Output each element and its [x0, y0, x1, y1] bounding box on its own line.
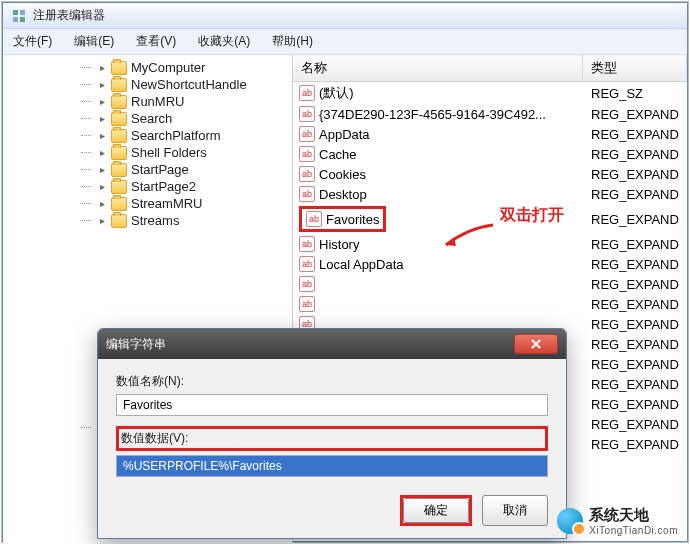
- svg-rect-3: [20, 17, 25, 22]
- folder-icon: [111, 95, 127, 109]
- expander-icon[interactable]: ▸: [97, 148, 107, 158]
- list-row[interactable]: abCacheREG_EXPAND: [293, 144, 687, 164]
- row-type: REG_EXPAND: [583, 167, 687, 182]
- string-value-icon: ab: [299, 126, 315, 142]
- row-type: REG_EXPAND: [583, 357, 687, 372]
- col-header-name[interactable]: 名称: [293, 55, 583, 81]
- row-name: Favorites: [326, 212, 379, 227]
- string-value-icon: ab: [299, 276, 315, 292]
- expander-icon[interactable]: ▸: [97, 131, 107, 141]
- col-header-type[interactable]: 类型: [583, 55, 687, 81]
- list-header: 名称 类型: [293, 55, 687, 82]
- string-value-icon: ab: [299, 146, 315, 162]
- annotation-text: 双击打开: [500, 205, 564, 226]
- expander-icon[interactable]: ▸: [97, 216, 107, 226]
- row-type: REG_EXPAND: [583, 107, 687, 122]
- edit-string-dialog: 编辑字符串 数值名称(N): 数值数据(V): 确定 取消: [97, 328, 567, 539]
- expander-icon[interactable]: ▸: [97, 114, 107, 124]
- tree-label: RunMRU: [131, 94, 184, 109]
- dialog-titlebar[interactable]: 编辑字符串: [98, 329, 566, 359]
- watermark-url: XiTongTianDi.com: [589, 525, 678, 536]
- string-value-icon: ab: [299, 256, 315, 272]
- row-type: REG_EXPAND: [583, 437, 687, 452]
- tree-item[interactable]: ▸Shell Folders: [3, 144, 292, 161]
- tree-label: StartPage2: [131, 179, 196, 194]
- folder-icon: [111, 163, 127, 177]
- row-type: REG_EXPAND: [583, 187, 687, 202]
- row-name: History: [319, 237, 359, 252]
- row-type: REG_EXPAND: [583, 377, 687, 392]
- dialog-title: 编辑字符串: [106, 336, 166, 353]
- row-type: REG_EXPAND: [583, 277, 687, 292]
- expander-icon[interactable]: ▸: [97, 97, 107, 107]
- close-button[interactable]: [514, 334, 558, 354]
- row-type: REG_EXPAND: [583, 257, 687, 272]
- menu-favorites[interactable]: 收藏夹(A): [194, 31, 254, 52]
- svg-rect-0: [13, 10, 18, 15]
- menu-view[interactable]: 查看(V): [132, 31, 180, 52]
- window-titlebar: 注册表编辑器: [3, 3, 687, 29]
- tree-item[interactable]: ▸Search: [3, 110, 292, 127]
- expander-icon[interactable]: ▸: [97, 80, 107, 90]
- expander-icon[interactable]: ▸: [97, 199, 107, 209]
- tree-item[interactable]: ▸StartPage: [3, 161, 292, 178]
- menu-edit[interactable]: 编辑(E): [70, 31, 118, 52]
- row-type: REG_SZ: [583, 86, 687, 101]
- list-row[interactable]: abREG_EXPAND: [293, 294, 687, 314]
- list-row[interactable]: ab{374DE290-123F-4565-9164-39C492...REG_…: [293, 104, 687, 124]
- tree-item[interactable]: ▸RunMRU: [3, 93, 292, 110]
- cancel-button[interactable]: 取消: [482, 495, 548, 526]
- folder-icon: [111, 78, 127, 92]
- string-value-icon: ab: [299, 236, 315, 252]
- list-row[interactable]: abDesktopREG_EXPAND: [293, 184, 687, 204]
- tree-label: MyComputer: [131, 60, 205, 75]
- row-name: Desktop: [319, 187, 367, 202]
- close-icon: [530, 339, 542, 349]
- list-row[interactable]: abREG_EXPAND: [293, 274, 687, 294]
- menu-help[interactable]: 帮助(H): [268, 31, 317, 52]
- tree-item[interactable]: ▸SearchPlatform: [3, 127, 292, 144]
- string-value-icon: ab: [299, 106, 315, 122]
- value-name-input[interactable]: [116, 394, 548, 416]
- folder-icon: [111, 197, 127, 211]
- string-value-icon: ab: [299, 85, 315, 101]
- tree-item[interactable]: ▸StartPage2: [3, 178, 292, 195]
- value-data-input[interactable]: [116, 455, 548, 477]
- list-row[interactable]: ab(默认)REG_SZ: [293, 82, 687, 104]
- row-name: {374DE290-123F-4565-9164-39C492...: [319, 107, 546, 122]
- row-type: REG_EXPAND: [583, 337, 687, 352]
- tree-item[interactable]: ▸MyComputer: [3, 59, 292, 76]
- watermark-logo-icon: [557, 508, 583, 534]
- tree-item[interactable]: ▸Streams: [3, 212, 292, 229]
- row-type: REG_EXPAND: [583, 212, 687, 227]
- expander-icon[interactable]: ▸: [97, 182, 107, 192]
- string-value-icon: ab: [306, 211, 322, 227]
- tree-label: Search: [131, 111, 172, 126]
- expander-icon[interactable]: ▸: [97, 165, 107, 175]
- menu-file[interactable]: 文件(F): [9, 31, 56, 52]
- tree-label: StreamMRU: [131, 196, 203, 211]
- ok-button[interactable]: 确定: [403, 498, 469, 523]
- folder-icon: [111, 112, 127, 126]
- svg-rect-2: [13, 17, 18, 22]
- list-row[interactable]: abLocal AppDataREG_EXPAND: [293, 254, 687, 274]
- annotation-arrow: [438, 220, 498, 254]
- tree-label: StartPage: [131, 162, 189, 177]
- tree-item[interactable]: ▸StreamMRU: [3, 195, 292, 212]
- expander-icon[interactable]: ▸: [97, 63, 107, 73]
- value-name-label: 数值名称(N):: [116, 373, 548, 390]
- string-value-icon: ab: [299, 296, 315, 312]
- row-type: REG_EXPAND: [583, 127, 687, 142]
- list-row[interactable]: abAppDataREG_EXPAND: [293, 124, 687, 144]
- row-name: AppData: [319, 127, 370, 142]
- list-row[interactable]: abCookiesREG_EXPAND: [293, 164, 687, 184]
- row-type: REG_EXPAND: [583, 297, 687, 312]
- tree-item[interactable]: ▸NewShortcutHandle: [3, 76, 292, 93]
- row-type: REG_EXPAND: [583, 147, 687, 162]
- string-value-icon: ab: [299, 186, 315, 202]
- row-name: Cache: [319, 147, 357, 162]
- row-type: REG_EXPAND: [583, 237, 687, 252]
- app-icon: [11, 8, 27, 24]
- folder-icon: [111, 61, 127, 75]
- folder-icon: [111, 214, 127, 228]
